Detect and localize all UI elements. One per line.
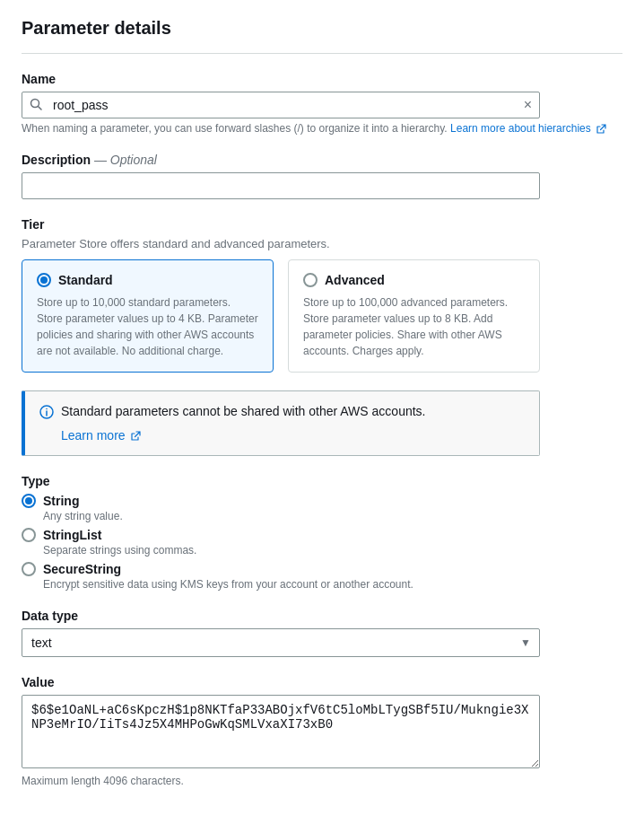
- type-string-description: Any string value.: [43, 510, 622, 522]
- type-label: Type: [22, 474, 622, 488]
- type-securestring-label[interactable]: SecureString: [22, 562, 622, 576]
- tier-cards-container: Standard Store up to 10,000 standard par…: [22, 259, 540, 373]
- type-string-text: String: [43, 494, 79, 508]
- type-securestring-radio: [22, 562, 36, 576]
- description-optional-tag: — Optional: [94, 153, 157, 167]
- description-label: Description — Optional: [22, 153, 622, 167]
- tier-advanced-description: Store up to 100,000 advanced parameters.…: [303, 294, 525, 359]
- type-option-string: String Any string value.: [22, 494, 622, 522]
- learn-more-link[interactable]: Learn more: [61, 428, 141, 443]
- data-type-label: Data type: [22, 609, 622, 623]
- tier-card-standard-header: Standard: [37, 273, 258, 287]
- tier-standard-title: Standard: [58, 273, 113, 287]
- name-hint-text: When naming a parameter, you can use for…: [22, 122, 622, 135]
- type-option-stringlist: StringList Separate strings using commas…: [22, 528, 622, 557]
- name-input[interactable]: [49, 92, 517, 118]
- info-icon: [39, 405, 54, 423]
- type-stringlist-description: Separate strings using commas.: [43, 544, 622, 557]
- page-title: Parameter details: [22, 18, 622, 54]
- name-field-group: Name × When naming a parameter, you can …: [22, 72, 622, 135]
- tier-standard-description: Store up to 10,000 standard parameters. …: [37, 294, 258, 359]
- type-stringlist-label[interactable]: StringList: [22, 528, 622, 542]
- type-stringlist-radio: [22, 528, 36, 542]
- type-section: Type String Any string value. StringList…: [22, 474, 622, 591]
- value-label: Value: [22, 675, 622, 689]
- name-input-wrapper: ×: [22, 92, 540, 118]
- max-length-hint: Maximum length 4096 characters.: [22, 775, 622, 787]
- info-box-message: Standard parameters cannot be shared wit…: [61, 404, 426, 418]
- info-box-row: Standard parameters cannot be shared wit…: [39, 404, 525, 423]
- type-string-label[interactable]: String: [22, 494, 622, 508]
- svg-point-4: [46, 408, 48, 410]
- tier-section: Tier Parameter Store offers standard and…: [22, 217, 622, 373]
- tier-card-advanced-header: Advanced: [303, 273, 525, 287]
- type-string-radio: [22, 494, 36, 508]
- data-type-select-wrapper: text aws:ec2:image ▼: [22, 628, 540, 657]
- data-type-section: Data type text aws:ec2:image ▼: [22, 609, 622, 657]
- type-securestring-description: Encrypt sensitive data using KMS keys fr…: [43, 578, 622, 591]
- value-section: Value $6$e1OaNL+aC6sKpczH$1p8NKTfaP33ABO…: [22, 675, 622, 787]
- clear-name-button[interactable]: ×: [517, 98, 539, 112]
- standard-info-box: Standard parameters cannot be shared wit…: [22, 390, 540, 456]
- info-box-link-container: Learn more: [61, 428, 525, 443]
- search-icon: [22, 98, 49, 113]
- type-stringlist-text: StringList: [43, 528, 101, 542]
- type-option-securestring: SecureString Encrypt sensitive data usin…: [22, 562, 622, 591]
- tier-advanced-title: Advanced: [325, 273, 385, 287]
- name-label: Name: [22, 72, 622, 86]
- data-type-select[interactable]: text aws:ec2:image: [22, 628, 540, 657]
- type-securestring-text: SecureString: [43, 562, 121, 576]
- description-input[interactable]: [22, 172, 540, 199]
- description-field-group: Description — Optional: [22, 153, 622, 199]
- tier-hint-text: Parameter Store offers standard and adva…: [22, 237, 622, 250]
- tier-card-advanced[interactable]: Advanced Store up to 100,000 advanced pa…: [288, 259, 540, 373]
- value-textarea[interactable]: $6$e1OaNL+aC6sKpczH$1p8NKTfaP33ABOjxfV6t…: [22, 695, 540, 768]
- tier-standard-radio: [37, 273, 51, 287]
- svg-line-1: [39, 106, 42, 110]
- tier-label: Tier: [22, 217, 622, 232]
- learn-more-hierarchies-link[interactable]: Learn more about hierarchies: [450, 122, 606, 135]
- tier-card-standard[interactable]: Standard Store up to 10,000 standard par…: [22, 259, 274, 373]
- tier-advanced-radio: [303, 273, 318, 287]
